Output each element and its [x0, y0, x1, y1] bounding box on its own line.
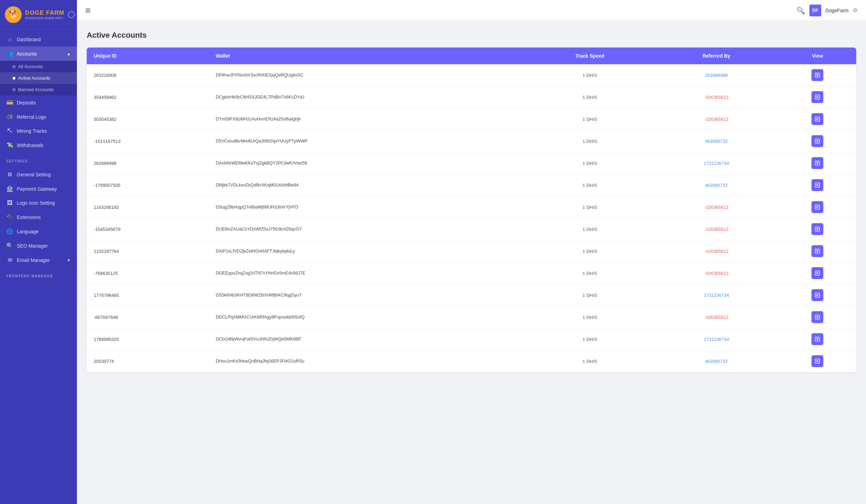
cell-speed: 1 DH/S — [526, 130, 654, 152]
view-button[interactable] — [811, 113, 823, 125]
view-button[interactable] — [811, 311, 823, 323]
logo-subtitle: DOGECOIN FARM DEFI — [25, 16, 64, 20]
sub-dot-active — [13, 77, 15, 80]
cell-referred: 263489498 — [654, 64, 779, 86]
cell-wallet: DCtx2dNjWvnjFaf3VciJHNJGjWQe5MK6BP — [209, 328, 526, 350]
cell-wallet: DGEEypuZnqZsg1hTN7vYhHGx5mE4v56J7E — [209, 262, 526, 284]
sidebar-item-email-manager[interactable]: ✉ Email Manager ▼ — [0, 253, 77, 267]
table-row: 503045382 DTm58FX8zMH2cAuHmrERz4a25xf6af… — [87, 108, 856, 130]
cell-speed: 1 DH/S — [526, 174, 654, 196]
gear-icon: ⚙ — [6, 171, 13, 178]
image-icon: 🖼 — [6, 200, 13, 206]
cell-uid: 263216008 — [87, 64, 209, 86]
payment-icon: 🏦 — [6, 185, 13, 192]
sidebar-item-general-setting[interactable]: ⚙ General Setting — [0, 167, 77, 182]
view-button[interactable] — [811, 157, 823, 169]
cell-view — [779, 152, 856, 174]
sidebar-label-seo-manager: SEO Manager — [17, 243, 48, 249]
view-button[interactable] — [811, 355, 823, 367]
sidebar-item-payment-gateway[interactable]: 🏦 Payment Gateway — [0, 182, 77, 196]
sidebar: 🐕 DOGE FARM DOGECOIN FARM DEFI ⌂ Dashboa… — [0, 0, 77, 504]
cell-wallet: DCgktvHk9zC6HSXJGE4L7PdBA7x6KcDYdJ — [209, 86, 526, 108]
logo-text: DOGE FARM DOGECOIN FARM DEFI — [25, 9, 64, 20]
sidebar-item-active-accounts[interactable]: Active Accounts — [0, 72, 77, 84]
email-icon: ✉ — [6, 257, 13, 263]
table-row: 263216008 DP4hwJFPNxnbV3xcRtXiESjqQeRQUg… — [87, 64, 856, 86]
sidebar-label-accounts: Accounts — [17, 51, 37, 57]
sidebar-item-all-accounts[interactable]: All Accounts — [0, 61, 77, 72]
cell-wallet: DTm58FX8zMH2cAuHmrERz4a25xf6afghjh — [209, 108, 526, 130]
col-referred-by: Referred By — [654, 48, 779, 64]
seo-icon: 🔍 — [6, 242, 13, 249]
sidebar-item-mining-tracks[interactable]: ⛏ Mining Tracks — [0, 124, 77, 138]
table-row: 354458462 DCgktvHk9zC6HSXJGE4L7PdBA7x6Kc… — [87, 86, 856, 108]
accounts-icon: 👥 — [6, 50, 13, 57]
cell-view — [779, 328, 856, 350]
sidebar-item-accounts[interactable]: 👥 Accounts ▲ — [0, 46, 77, 61]
view-button[interactable] — [811, 333, 823, 345]
cell-wallet: D5VCsnuBkrMm6UrQaJN92hpiYUUyPTpWWP — [209, 130, 526, 152]
sidebar-item-withdrawals[interactable]: 💸 Withdrawals — [0, 138, 77, 152]
mining-icon: ⛏ — [6, 128, 13, 134]
sidebar-item-logo-icon-setting[interactable]: 🖼 Logo Icon Setting — [0, 196, 77, 210]
cell-uid: -1545345679 — [87, 218, 209, 240]
sidebar-label-payment-gateway: Payment Gateway — [17, 186, 57, 192]
view-button[interactable] — [811, 245, 823, 257]
logo-image: 🐕 — [5, 6, 22, 23]
sidebar-item-dashboard[interactable]: ⌂ Dashboard — [0, 32, 77, 46]
table-row: 1163295192 DSugZ8brkqpQ7v6baMj6BUH3JttAr… — [87, 196, 856, 218]
view-button[interactable] — [811, 289, 823, 301]
cell-referred: -326365612 — [654, 218, 779, 240]
view-button[interactable] — [811, 201, 823, 213]
sidebar-label-logo-icon-setting: Logo Icon Setting — [17, 200, 55, 206]
sidebar-label-email-manager: Email Manager — [17, 257, 50, 263]
sub-dot-all — [13, 65, 15, 68]
sub-dot-banned — [13, 88, 15, 91]
sidebar-label-banned-accounts: Banned Accounts — [18, 87, 53, 92]
table-body: 263216008 DP4hwJFPNxnbV3xcRtXiESjqQeRQUg… — [87, 64, 856, 372]
view-button[interactable] — [811, 135, 823, 147]
avatar: DF — [809, 5, 821, 16]
cell-speed: 1 DH/S — [526, 152, 654, 174]
settings-icon[interactable]: ⚙ — [853, 7, 858, 14]
view-button[interactable] — [811, 91, 823, 103]
view-button[interactable] — [811, 267, 823, 279]
table-row: -1511167513 D5VCsnuBkrMm6UrQaJN92hpiYUUy… — [87, 130, 856, 152]
chevron-up-icon: ▲ — [67, 52, 71, 56]
cell-referred: 1731236734 — [654, 328, 779, 350]
chevron-down-icon: ▼ — [67, 258, 71, 262]
cell-speed: 1 DH/S — [526, 262, 654, 284]
view-button[interactable] — [811, 69, 823, 81]
col-unique-id: Unique ID — [87, 48, 209, 64]
sidebar-logo: 🐕 DOGE FARM DOGECOIN FARM DEFI — [0, 0, 77, 30]
cell-wallet: D8tjkk7VDLkxnZkQdBvXKqMSUtAthfBe94 — [209, 174, 526, 196]
view-button[interactable] — [811, 223, 823, 235]
page-title: Active Accounts — [87, 31, 856, 40]
cell-wallet: DUE8ivZAUaCsYDoWf25oJ75G9crtZ6qcGY — [209, 218, 526, 240]
sidebar-item-seo-manager[interactable]: 🔍 SEO Manager — [0, 239, 77, 253]
cell-speed: 1 DH/S — [526, 196, 654, 218]
withdrawals-icon: 💸 — [6, 142, 13, 148]
cell-referred: 462065732 — [654, 350, 779, 372]
cell-referred: -326365612 — [654, 262, 779, 284]
sidebar-label-deposits: Deposits — [17, 100, 36, 105]
frontend-section-label: FRONTEND MANAGER — [0, 270, 77, 279]
sidebar-label-referral-logs: Referral Logs — [17, 114, 46, 120]
sidebar-item-language[interactable]: 🌐 Language — [0, 224, 77, 239]
cell-speed: 1 DH/S — [526, 306, 654, 328]
cell-wallet: DP4hwJFPNxnbV3xcRtXiESjqQeRQUgbsSC — [209, 64, 526, 86]
sidebar-item-banned-accounts[interactable]: Banned Accounts — [0, 84, 77, 95]
cell-uid: 1163295192 — [87, 196, 209, 218]
search-icon[interactable]: 🔍 — [796, 6, 805, 15]
view-button[interactable] — [811, 179, 823, 191]
accounts-table: Unique ID Wallet Track Speed Referred By… — [87, 48, 856, 372]
sidebar-item-deposits[interactable]: 💳 Deposits — [0, 95, 77, 110]
sidebar-item-extensions[interactable]: 🔌 Extensions — [0, 210, 77, 224]
cell-speed: 1 DH/S — [526, 86, 654, 108]
deposits-icon: 💳 — [6, 99, 13, 106]
sidebar-item-referral-logs[interactable]: 👫 Referral Logs — [0, 110, 77, 124]
expand-icon[interactable]: ⊞ — [85, 7, 91, 14]
cell-view — [779, 284, 856, 306]
language-icon: 🌐 — [6, 228, 13, 235]
cell-uid: -768635125 — [87, 262, 209, 284]
